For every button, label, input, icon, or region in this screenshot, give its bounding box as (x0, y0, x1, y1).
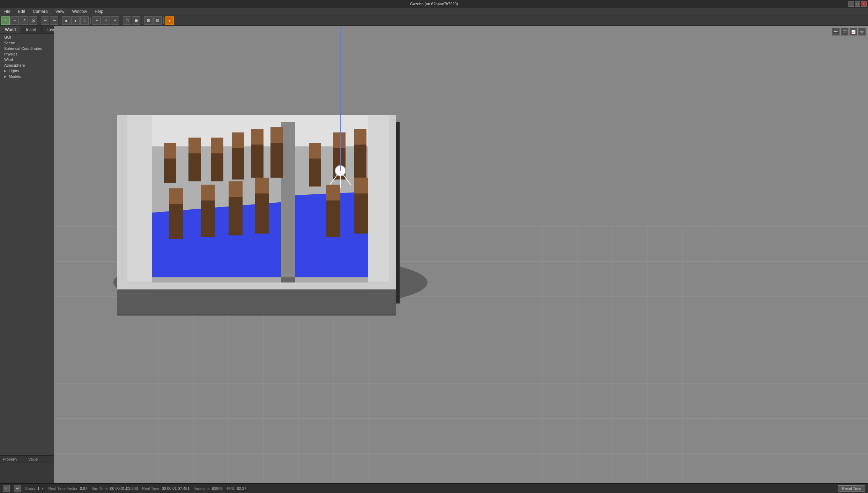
toolbar: ↖ ✛ ↺ ⇲ ↩ ↪ ■ ● ⬭ ✦ ✧ ✶ ◻ ◼ ⊞ ⊡ ● (0, 15, 868, 26)
svg-rect-77 (309, 159, 321, 187)
iterations-item: Iterations: 63803 (194, 486, 223, 491)
property-col-header: Property (1, 456, 27, 462)
menu-view[interactable]: View (53, 8, 67, 15)
rotate-tool-button[interactable]: ↺ (20, 16, 28, 25)
toolbar-separator-3 (90, 17, 91, 24)
properties-panel: Property Value (0, 455, 54, 483)
tree-item-atmosphere[interactable]: Atmosphere (0, 62, 54, 68)
tree-item-physics[interactable]: Physics (0, 51, 54, 57)
close-button[interactable]: × (861, 1, 867, 7)
steps-item: Steps: 1 ▼ (25, 486, 44, 491)
title-text: Gazebo (on 62b4ac7b7229) (410, 2, 458, 6)
toolbar-separator-4 (121, 17, 121, 24)
tree-panel: GUI Scene Spherical Coordinates Physics … (0, 34, 54, 455)
properties-header: Property Value (0, 456, 54, 463)
tree-item-lights[interactable]: ▶ Lights (0, 68, 54, 74)
pause-button[interactable]: ⏸ (3, 485, 10, 492)
svg-marker-49 (127, 115, 152, 283)
svg-rect-65 (251, 145, 264, 178)
add-box-button[interactable]: ■ (62, 16, 71, 25)
svg-rect-85 (354, 194, 368, 234)
menu-camera[interactable]: Camera (31, 8, 50, 15)
svg-rect-57 (164, 159, 176, 183)
toolbar-separator-2 (60, 17, 60, 24)
redo-button[interactable]: ↪ (50, 16, 58, 25)
svg-rect-60 (211, 138, 223, 155)
viewport[interactable]: 📷 🎬 📈 👁 (54, 26, 868, 483)
svg-rect-59 (188, 154, 201, 181)
view-transparent-button[interactable]: ◻ (123, 16, 131, 25)
left-panel: World Insert Layers GUI Scene Spherical … (0, 26, 54, 483)
realtime-item: Real Time: 00 00:01:07.451 (142, 486, 190, 491)
svg-rect-58 (188, 138, 201, 155)
video-button[interactable]: 🎬 (841, 28, 848, 36)
view-wireframe-button[interactable]: ◼ (132, 16, 140, 25)
graph-button[interactable]: 📈 (850, 28, 857, 36)
menu-bar: File Edit Camera View Window Help (0, 8, 868, 15)
svg-rect-61 (211, 154, 223, 181)
minimize-button[interactable]: − (848, 1, 854, 7)
svg-rect-63 (232, 148, 244, 180)
menu-help[interactable]: Help (92, 8, 105, 15)
joint-view-button[interactable]: ⊞ (144, 16, 153, 25)
svg-rect-68 (169, 188, 183, 206)
toolbar-separator-1 (39, 17, 39, 24)
svg-marker-54 (281, 122, 295, 279)
value-col-header: Value (27, 456, 52, 462)
svg-rect-81 (354, 145, 366, 178)
svg-marker-55 (281, 277, 295, 283)
lights-arrow-icon: ▶ (4, 69, 8, 73)
tree-item-models[interactable]: ▶ Models (0, 74, 54, 79)
menu-edit[interactable]: Edit (16, 8, 27, 15)
menu-window[interactable]: Window (70, 8, 89, 15)
toolbar-separator-5 (142, 17, 142, 24)
3d-scene (54, 26, 868, 483)
add-pointlight-button[interactable]: ✦ (92, 16, 101, 25)
status-bar: ⏸ ⏭ Steps: 1 ▼ Real Time Factor: 0.97 Si… (0, 483, 868, 493)
tab-world[interactable]: World (0, 26, 21, 33)
translate-tool-button[interactable]: ✛ (10, 16, 19, 25)
svg-rect-64 (251, 129, 264, 147)
svg-rect-66 (270, 127, 283, 145)
panel-tabs: World Insert Layers (0, 26, 54, 34)
rtf-item: Real Time Factor: 0.97 (48, 486, 87, 491)
tree-item-wind[interactable]: Wind (0, 57, 54, 62)
svg-marker-45 (117, 290, 396, 314)
tab-insert[interactable]: Insert (21, 26, 42, 33)
fps-item: FPS: 62.27 (227, 486, 246, 491)
view-button[interactable]: 👁 (858, 28, 866, 36)
menu-file[interactable]: File (1, 8, 12, 15)
svg-rect-70 (201, 185, 215, 202)
svg-rect-62 (232, 133, 244, 150)
svg-rect-56 (164, 143, 176, 160)
title-bar: Gazebo (on 62b4ac7b7229) − □ × (0, 0, 868, 8)
svg-rect-76 (309, 143, 321, 160)
svg-rect-67 (270, 143, 283, 178)
tree-item-scene[interactable]: Scene (0, 40, 54, 46)
add-cylinder-button[interactable]: ⬭ (80, 16, 89, 25)
svg-rect-82 (326, 185, 340, 202)
models-arrow-icon: ▶ (4, 75, 8, 78)
svg-rect-74 (255, 178, 269, 195)
record-button[interactable]: ● (165, 16, 174, 25)
maximize-button[interactable]: □ (855, 1, 860, 7)
reset-view-button[interactable]: ⊡ (153, 16, 162, 25)
window-controls: − □ × (848, 0, 867, 8)
select-tool-button[interactable]: ↖ (1, 16, 10, 25)
screenshot-button[interactable]: 📷 (832, 28, 840, 36)
tree-item-gui[interactable]: GUI (0, 35, 54, 40)
undo-button[interactable]: ↩ (41, 16, 49, 25)
step-button[interactable]: ⏭ (14, 485, 21, 492)
toolbar-separator-6 (163, 17, 164, 24)
add-sphere-button[interactable]: ● (71, 16, 80, 25)
svg-rect-72 (229, 181, 243, 199)
svg-rect-75 (255, 194, 269, 234)
svg-rect-83 (326, 201, 340, 237)
add-dirlight-button[interactable]: ✶ (111, 16, 119, 25)
svg-rect-71 (201, 201, 215, 237)
scale-tool-button[interactable]: ⇲ (29, 16, 37, 25)
add-spotlight-button[interactable]: ✧ (102, 16, 110, 25)
svg-rect-78 (333, 133, 346, 150)
reset-time-button[interactable]: Reset Time (838, 485, 865, 492)
tree-item-spherical[interactable]: Spherical Coordinates (0, 46, 54, 51)
